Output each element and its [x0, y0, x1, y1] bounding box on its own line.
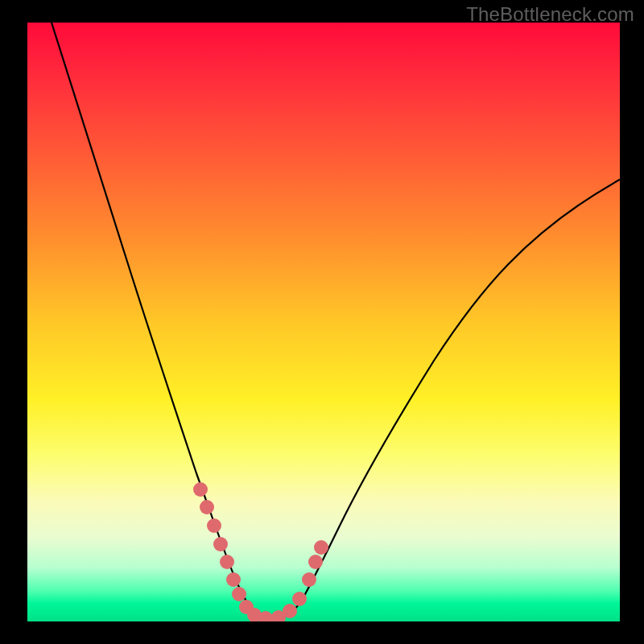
svg-point-2 [207, 518, 221, 533]
svg-point-13 [302, 572, 316, 587]
bottleneck-curve [52, 23, 620, 620]
chart-svg [27, 23, 620, 621]
chart-frame: TheBottleneck.com [0, 0, 644, 644]
svg-point-12 [292, 592, 307, 606]
svg-point-4 [220, 555, 234, 569]
svg-point-14 [308, 555, 323, 569]
svg-point-15 [314, 540, 328, 555]
plot-area [27, 23, 620, 621]
svg-point-6 [232, 587, 246, 601]
watermark-text: TheBottleneck.com [466, 3, 634, 26]
marker-dots [193, 482, 328, 621]
svg-point-3 [213, 537, 228, 551]
svg-point-11 [283, 604, 297, 618]
svg-point-1 [200, 500, 214, 514]
svg-point-0 [193, 482, 208, 497]
svg-point-5 [226, 572, 241, 587]
